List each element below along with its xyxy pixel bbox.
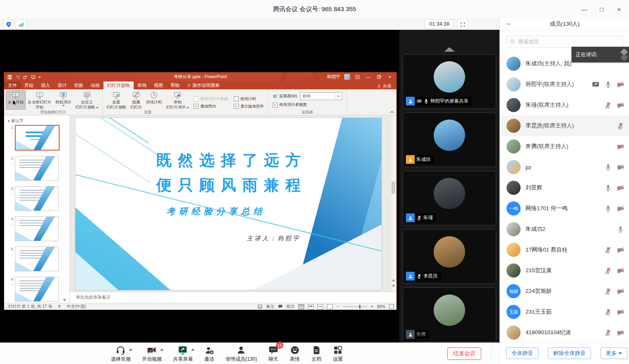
camera-off-icon[interactable] bbox=[617, 163, 624, 171]
ribbon-button-设置[interactable]: 设置幻灯片放映 bbox=[104, 90, 128, 110]
toolbar-screen-share[interactable]: 共享屏幕 bbox=[173, 345, 193, 363]
maximize-button[interactable]: □ bbox=[596, 3, 607, 15]
ribbon-display-options-icon[interactable] bbox=[354, 75, 361, 79]
save-icon[interactable] bbox=[7, 75, 12, 79]
ppt-tab-幻灯片放映[interactable]: 幻灯片放映 bbox=[103, 81, 134, 89]
member-row[interactable]: 奔腾(联席主持人) bbox=[500, 136, 629, 157]
slide-canvas[interactable]: 既然选择了远方 便只顾风雨兼程 考研经验分享总结 主讲人：韩熙宇 bbox=[75, 117, 382, 290]
camera-off-icon[interactable] bbox=[617, 267, 624, 275]
ppt-tab-帮助[interactable]: 帮助 bbox=[167, 81, 183, 89]
next-slide-icon[interactable] bbox=[392, 285, 395, 288]
caret-up-icon[interactable] bbox=[129, 348, 132, 351]
accessibility-icon[interactable] bbox=[57, 304, 62, 309]
member-row[interactable]: 一鸣 网络1701 何一鸣 bbox=[500, 198, 629, 219]
video-tile[interactable]: 李昆洪 bbox=[403, 229, 496, 284]
member-row[interactable]: 韩熙宇(联席主持人) bbox=[500, 74, 629, 95]
mic-icon[interactable] bbox=[617, 225, 624, 233]
member-row[interactable]: 17网络01 蔡自桂 bbox=[500, 239, 629, 260]
ppt-tab-动画[interactable]: 动画 bbox=[87, 81, 103, 89]
camera-off-icon[interactable] bbox=[617, 205, 624, 213]
scrollbar-thumb[interactable] bbox=[391, 182, 395, 194]
zoom-slider[interactable] bbox=[343, 307, 367, 307]
member-row[interactable]: 李昆洪(联席主持人) bbox=[500, 115, 629, 136]
member-row[interactable]: 215贺汉康 bbox=[500, 260, 629, 281]
camera-off-icon[interactable] bbox=[617, 101, 624, 109]
slide-thumbnail-1[interactable]: 1* bbox=[6, 125, 70, 151]
camera-off-icon[interactable] bbox=[617, 329, 624, 337]
slide-editor-area[interactable]: 既然选择了远方 便只顾风雨兼程 考研经验分享总结 主讲人：韩熙宇 bbox=[70, 115, 396, 292]
checkbox-播放旁白[interactable]: ✓播放旁白 bbox=[194, 104, 228, 109]
ppt-restore-icon[interactable] bbox=[376, 75, 382, 79]
security-shield-icon[interactable] bbox=[3, 19, 14, 30]
start-slideshow-icon[interactable] bbox=[31, 75, 36, 79]
mic-muted-icon[interactable] bbox=[617, 122, 624, 130]
caret-up-icon[interactable] bbox=[160, 348, 163, 351]
ppt-tab-开始[interactable]: 开始 bbox=[21, 81, 37, 89]
slide-thumbnail-6[interactable]: 6* bbox=[6, 277, 70, 302]
unmute-all-button[interactable]: 解除全体静音 bbox=[548, 347, 591, 359]
fullscreen-icon[interactable] bbox=[457, 19, 468, 30]
ppt-close-icon[interactable]: × bbox=[387, 74, 393, 79]
zoom-in-icon[interactable]: + bbox=[371, 304, 373, 309]
toolbar-settings[interactable]: 设置 bbox=[333, 345, 343, 363]
video-tile[interactable]: 奔腾 bbox=[403, 287, 496, 342]
network-signal-icon[interactable] bbox=[16, 19, 26, 30]
thumbnail-splitter-icon[interactable] bbox=[63, 299, 66, 301]
monitor-dropdown[interactable]: 自动 bbox=[300, 92, 342, 100]
slide-sorter-view-icon[interactable] bbox=[308, 304, 314, 309]
member-row[interactable]: 刘昱辉 bbox=[500, 177, 629, 198]
member-row[interactable]: 41809010104纪涛 bbox=[500, 322, 629, 342]
use-presenter-view-checkbox[interactable]: ✓使用演示者视图 bbox=[273, 102, 307, 108]
toolbar-emoji[interactable]: 表情 bbox=[290, 345, 300, 363]
toolbar-headset[interactable]: 选择音频 bbox=[111, 345, 131, 363]
member-row[interactable]: pz bbox=[500, 157, 629, 177]
slide-scrollbar[interactable] bbox=[391, 115, 396, 292]
screen-sharing-icon[interactable] bbox=[592, 81, 600, 89]
tell-me-search-tab[interactable]: 操作说明搜索 bbox=[183, 81, 223, 89]
camera-off-icon[interactable] bbox=[617, 81, 624, 89]
minimize-button[interactable]: — bbox=[579, 3, 590, 15]
ppt-tab-视图[interactable]: 视图 bbox=[150, 81, 167, 89]
checkbox-显示媒体控件[interactable]: ✓显示媒体控件 bbox=[234, 104, 264, 109]
mute-all-button[interactable]: 全体静音 bbox=[506, 347, 538, 359]
qat-caret-icon[interactable]: ▾ bbox=[39, 75, 41, 79]
slideshow-view-icon[interactable] bbox=[327, 304, 333, 309]
video-tile[interactable]: 韩熙宇的屏幕共享 bbox=[403, 54, 496, 109]
ribbon-button-录制[interactable]: 录制幻灯片演示 bbox=[164, 90, 191, 110]
member-row[interactable]: 玉茹 231王玉茹 bbox=[500, 302, 629, 322]
member-row[interactable]: 朱成功2 bbox=[500, 219, 629, 239]
video-tile[interactable]: 朱成功 bbox=[403, 113, 496, 167]
section-label[interactable]: 默认节 bbox=[4, 115, 70, 125]
toolbar-chat[interactable]: 15 聊天 bbox=[268, 345, 278, 363]
slide-thumbnail-2[interactable]: 2* bbox=[6, 156, 70, 181]
ribbon-button-自定义[interactable]: 自定义幻灯片放映 bbox=[73, 90, 101, 110]
checkbox-保持幻灯片更新[interactable]: 保持幻灯片更新 bbox=[194, 96, 228, 102]
language-indicator[interactable]: 中文(中国) bbox=[67, 304, 86, 309]
caret-up-icon[interactable] bbox=[191, 348, 194, 351]
camera-off-icon[interactable] bbox=[617, 287, 624, 295]
mic-muted-icon[interactable] bbox=[604, 101, 612, 109]
slide-thumbnail-3[interactable]: 3* bbox=[6, 186, 70, 211]
member-row[interactable]: 旭妍 224贺旭妍 bbox=[500, 281, 629, 302]
camera-off-icon[interactable] bbox=[617, 308, 624, 316]
close-button[interactable]: × bbox=[613, 3, 625, 15]
collapse-ribbon-icon[interactable] bbox=[390, 110, 394, 114]
toolbar-members[interactable]: 管理成员(130) bbox=[226, 345, 257, 363]
toolbar-camera-off[interactable]: 开启视频 bbox=[142, 345, 162, 363]
mic-muted-icon[interactable] bbox=[604, 308, 612, 316]
notes-pane[interactable]: 单击此处添加备注 bbox=[70, 292, 396, 303]
fit-slide-icon[interactable] bbox=[389, 304, 394, 309]
comments-toggle[interactable]: 批注 bbox=[286, 304, 295, 309]
ppt-minimize-icon[interactable]: — bbox=[365, 74, 372, 79]
comments-toggle-icon[interactable] bbox=[278, 304, 283, 309]
mic-icon[interactable] bbox=[604, 163, 612, 171]
ribbon-button-联机演示[interactable]: 联机演示 bbox=[53, 90, 73, 110]
mic-muted-icon[interactable] bbox=[604, 246, 612, 254]
camera-off-icon[interactable] bbox=[617, 143, 624, 151]
undo-icon[interactable] bbox=[15, 75, 20, 79]
redo-icon[interactable] bbox=[23, 75, 28, 79]
ppt-tab-切换[interactable]: 切换 bbox=[70, 81, 87, 89]
mic-icon[interactable] bbox=[604, 81, 612, 89]
zoom-slider-thumb[interactable] bbox=[359, 305, 360, 309]
ppt-tab-设计[interactable]: 设计 bbox=[54, 81, 70, 89]
